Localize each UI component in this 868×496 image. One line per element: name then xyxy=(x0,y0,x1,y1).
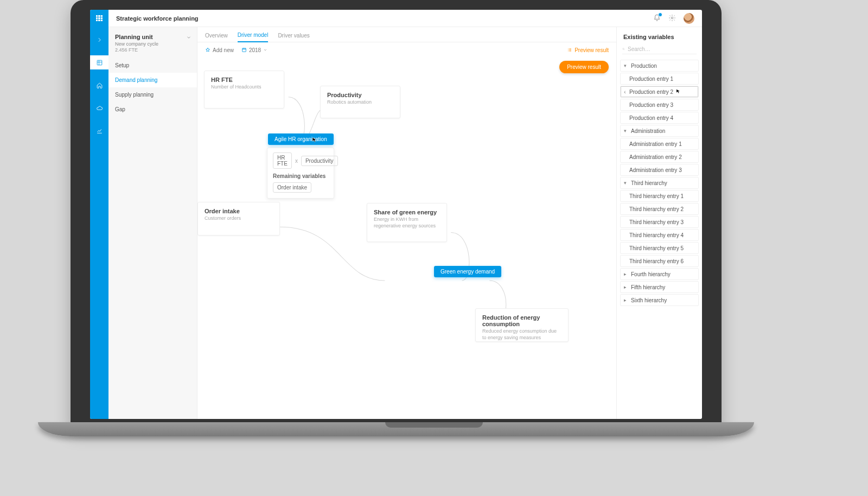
node-green-share[interactable]: Share of green energy Energy in KWH from… xyxy=(367,203,447,242)
tree-group[interactable]: ▾Third hierarchy xyxy=(620,177,699,189)
node-sub: Robotics automation xyxy=(327,99,393,106)
node-order-intake[interactable]: Order intake Customer orders xyxy=(197,202,280,236)
avatar[interactable] xyxy=(684,13,694,24)
caret-down-icon: ▾ xyxy=(624,128,629,133)
tree-group-label: Administration xyxy=(631,128,665,134)
tree-item-label: Third hierarchy entry 2 xyxy=(629,206,684,212)
cursor-icon xyxy=(675,88,682,95)
rail-item-cloud[interactable] xyxy=(90,101,108,115)
notification-badge xyxy=(658,12,662,17)
caret-right-icon: ▸ xyxy=(624,297,629,303)
tree-item[interactable]: Administration entry 2 xyxy=(620,151,699,163)
tree-item[interactable]: Third hierarchy entry 5 xyxy=(620,242,699,254)
chevron-left-icon: ‹ xyxy=(624,88,626,95)
tree-item-label: Production entry 2 xyxy=(629,89,673,95)
topbar: Strategic workforce planning xyxy=(90,10,702,27)
tree-item-label: Administration entry 1 xyxy=(629,141,682,147)
tree-item-label: Production entry 1 xyxy=(629,76,673,82)
tree-item-label: Third hierarchy entry 3 xyxy=(629,219,684,225)
tree-item[interactable]: Production entry 4 xyxy=(620,112,699,124)
tree-group[interactable]: ▸Sixth hierarchy xyxy=(620,294,699,306)
add-new-button[interactable]: Add new xyxy=(205,47,234,53)
subnav-gap[interactable]: Gap xyxy=(108,102,197,117)
rail-item-home[interactable] xyxy=(90,78,108,92)
subnav-setup[interactable]: Setup xyxy=(108,58,197,73)
node-hr-fte[interactable]: HR FTE Number of Headcounts xyxy=(204,71,284,109)
tab-driver-values[interactable]: Driver values xyxy=(278,33,309,42)
canvas-toolbar: Add new 2018 Preview result xyxy=(197,42,616,58)
tree-group[interactable]: ▾Production xyxy=(620,60,699,72)
tree-item-label: Third hierarchy entry 4 xyxy=(629,232,684,238)
rail-item-chart[interactable] xyxy=(90,124,108,138)
node-sub: Reduced energy consumption due to energy… xyxy=(482,328,561,341)
driver-canvas[interactable]: Preview result HR FTE Number of Headcoun… xyxy=(197,58,616,419)
grid-icon xyxy=(96,15,103,22)
formula-var-b[interactable]: Productivity xyxy=(301,156,338,166)
tree-item[interactable]: ‹Production entry 2 xyxy=(620,86,699,98)
year-selector[interactable]: 2018 xyxy=(241,47,267,53)
search-input[interactable] xyxy=(628,46,697,52)
node-sub: Energy in KWH from regenerative energy s… xyxy=(374,217,440,229)
app-logo[interactable] xyxy=(90,10,108,27)
tree-item-label: Administration entry 3 xyxy=(629,167,682,173)
variables-title: Existing variables xyxy=(617,27,702,44)
tree-item[interactable]: Third hierarchy entry 6 xyxy=(620,255,699,267)
tree-item[interactable]: Administration entry 3 xyxy=(620,164,699,176)
tree-item[interactable]: Administration entry 1 xyxy=(620,138,699,150)
tree-group-label: Fourth hierarchy xyxy=(631,271,671,277)
variables-panel: Existing variables ▾ProductionProduction… xyxy=(616,27,702,419)
star-icon xyxy=(205,47,210,53)
tree-group[interactable]: ▸Fifth hierarchy xyxy=(620,281,699,293)
formula-remaining-chip[interactable]: Order intake xyxy=(273,182,311,193)
node-productivity[interactable]: Productivity Robotics automation xyxy=(320,86,400,118)
search-icon xyxy=(622,46,625,52)
tree-group-label: Third hierarchy xyxy=(631,180,667,186)
left-sidebar: Planning unit New company cycle 2.456 FT… xyxy=(108,27,197,419)
nav-rail xyxy=(90,27,108,419)
preview-result-button[interactable]: Preview result xyxy=(559,61,609,73)
tree-item[interactable]: Production entry 3 xyxy=(620,99,699,111)
preview-result-link[interactable]: Preview result xyxy=(567,47,609,53)
tab-overview[interactable]: Overview xyxy=(205,33,228,42)
tree-group[interactable]: ▸Fourth hierarchy xyxy=(620,268,699,280)
node-title: Order intake xyxy=(205,208,273,214)
tree-item[interactable]: Third hierarchy entry 3 xyxy=(620,216,699,228)
node-reduction[interactable]: Reduction of energy consumption Reduced … xyxy=(475,308,569,342)
node-sub: Number of Headcounts xyxy=(211,84,277,91)
planning-cycle: New company cycle xyxy=(115,41,190,47)
variables-tree: ▾ProductionProduction entry 1‹Production… xyxy=(617,59,702,419)
page-title: Strategic workforce planning xyxy=(108,15,199,22)
chevron-right-icon xyxy=(96,36,103,43)
tree-group-label: Fifth hierarchy xyxy=(631,284,665,290)
caret-down-icon: ▾ xyxy=(624,180,629,186)
svg-rect-1 xyxy=(97,60,102,65)
tree-group[interactable]: ▾Administration xyxy=(620,125,699,137)
tree-item[interactable]: Third hierarchy entry 1 xyxy=(620,190,699,202)
preview-result-link-label: Preview result xyxy=(575,47,609,53)
calendar-icon xyxy=(241,47,247,53)
formula-var-a[interactable]: HR FTE xyxy=(273,152,292,169)
planning-unit-label: Planning unit xyxy=(115,34,190,40)
subnav: Setup Demand planning Supply planning Ga… xyxy=(108,58,197,117)
notifications-button[interactable] xyxy=(653,14,661,23)
tree-item[interactable]: Production entry 1 xyxy=(620,73,699,85)
subnav-supply-planning[interactable]: Supply planning xyxy=(108,87,197,102)
svg-rect-2 xyxy=(242,48,246,52)
tree-item[interactable]: Third hierarchy entry 2 xyxy=(620,203,699,215)
rail-item-planning[interactable] xyxy=(90,55,108,69)
node-title: Reduction of energy consumption xyxy=(482,314,561,327)
variables-search[interactable] xyxy=(622,44,697,54)
node-sub: Customer orders xyxy=(205,215,273,222)
add-new-label: Add new xyxy=(213,47,234,53)
planning-unit-selector[interactable]: Planning unit New company cycle 2.456 FT… xyxy=(108,27,197,58)
rail-expand[interactable] xyxy=(90,33,108,47)
remaining-label: Remaining variables xyxy=(273,173,328,179)
cloud-icon xyxy=(96,105,103,112)
chip-green-demand[interactable]: Green energy demand xyxy=(434,266,501,277)
tree-group-label: Sixth hierarchy xyxy=(631,297,667,303)
settings-button[interactable] xyxy=(668,14,676,23)
tree-item[interactable]: Third hierarchy entry 4 xyxy=(620,229,699,241)
chip-agile-hr[interactable]: Agile HR organization xyxy=(268,133,334,145)
tab-driver-model[interactable]: Driver model xyxy=(238,32,269,42)
subnav-demand-planning[interactable]: Demand planning xyxy=(108,73,197,87)
